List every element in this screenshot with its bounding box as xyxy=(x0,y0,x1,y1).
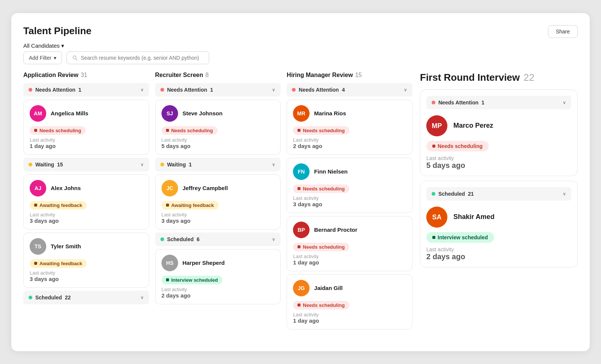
search-input[interactable] xyxy=(81,55,204,61)
section-scheduled-ar[interactable]: Scheduled 22 ∨ xyxy=(23,291,149,304)
header: Talent Pipeline Share xyxy=(23,25,578,38)
section-needs-attention-hmr[interactable]: Needs Attention 4 ∨ xyxy=(287,83,412,97)
right-panel: First Round Interview 22 Needs Attention… xyxy=(420,72,578,272)
candidate-card-jaidan[interactable]: JG Jaidan Gill Needs scheduling Last act… xyxy=(287,274,412,329)
status-badge-shakir: Interview scheduled xyxy=(426,232,494,243)
candidate-name-tyler: Tyler Smith xyxy=(51,243,81,249)
badge-dot-icon xyxy=(166,204,169,207)
candidate-card-bernard[interactable]: BP Bernard Proctor Needs scheduling Last… xyxy=(287,216,412,271)
candidate-name-bernard: Bernard Proctor xyxy=(314,227,357,233)
avatar-harper: HS xyxy=(162,255,178,271)
status-badge-alex: Awaiting feedback xyxy=(30,201,87,210)
candidate-card-marco[interactable]: MP Marco Perez Needs scheduling Last act… xyxy=(426,109,571,170)
kanban-board: Application Review 31 Needs Attention 1 … xyxy=(23,72,412,332)
status-badge-angelica: Needs scheduling xyxy=(30,126,86,135)
chevron-down-icon: ∨ xyxy=(140,295,144,300)
activity-days-alex: 3 days ago xyxy=(30,217,143,224)
avatar-marina: MR xyxy=(293,105,310,122)
activity-days-bernard: 1 day ago xyxy=(293,259,406,266)
column-hiring-manager-review: Hiring Manager Review 15 Needs Attention… xyxy=(287,72,412,332)
svg-text:JC: JC xyxy=(166,185,173,191)
svg-text:SA: SA xyxy=(432,213,441,221)
activity-days-angelica: 1 day ago xyxy=(30,143,143,149)
svg-text:BP: BP xyxy=(298,227,305,233)
section-scheduled-rp[interactable]: Scheduled 21 ∨ xyxy=(426,187,571,201)
activity-days-finn: 3 days ago xyxy=(293,201,406,207)
section-needs-attention-ar[interactable]: Needs Attention 1 ∨ xyxy=(23,83,149,97)
add-filter-button[interactable]: Add Filter ▾ xyxy=(23,51,62,64)
avatar-steve: SJ xyxy=(162,105,178,122)
candidate-card-steve[interactable]: SJ Steve Johnson Needs scheduling Last a… xyxy=(155,100,281,155)
section-needs-attention-rs[interactable]: Needs Attention 1 ∨ xyxy=(155,83,281,97)
badge-dot-icon xyxy=(166,129,169,132)
column-title-recruiter-screen: Recruiter Screen 8 xyxy=(155,72,281,79)
section-needs-attention-rp[interactable]: Needs Attention 1 ∨ xyxy=(426,96,571,109)
activity-label-shakir: Last activity xyxy=(426,246,571,252)
section-scheduled-rs[interactable]: Scheduled 6 ∨ xyxy=(155,233,281,246)
candidate-name-jeffrey: Jeffrey Campbell xyxy=(183,185,228,191)
activity-label-marco: Last activity xyxy=(426,155,571,161)
badge-dot-icon xyxy=(432,145,435,148)
column-application-review: Application Review 31 Needs Attention 1 … xyxy=(23,72,149,332)
activity-days-jeffrey: 3 days ago xyxy=(162,217,275,224)
right-panel-scheduled: Scheduled 21 ∨ SA Shakir Amed Interview xyxy=(420,181,578,267)
candidate-name-steve: Steve Johnson xyxy=(183,110,223,116)
candidate-name-alex: Alex Johns xyxy=(51,185,81,191)
activity-days-harper: 2 days ago xyxy=(162,292,275,299)
activity-days-steve: 5 days ago xyxy=(162,143,275,149)
dot-green-icon xyxy=(160,237,164,241)
candidate-card-shakir[interactable]: SA Shakir Amed Interview scheduled Last … xyxy=(426,201,571,261)
candidate-name-harper: Harper Sheperd xyxy=(183,260,225,266)
dot-yellow-icon xyxy=(160,163,164,166)
svg-line-1 xyxy=(76,59,77,60)
candidate-card-marina[interactable]: MR Marina Rios Needs scheduling Last act… xyxy=(287,100,412,155)
status-badge-finn: Needs scheduling xyxy=(293,184,349,193)
badge-dot-icon xyxy=(166,278,169,281)
section-waiting-rs[interactable]: Waiting 1 ∨ xyxy=(155,158,281,171)
candidate-name-angelica: Angelica Mills xyxy=(51,110,88,116)
activity-days-marina: 2 days ago xyxy=(293,143,406,149)
all-candidates-filter[interactable]: All Candidates ▾ xyxy=(23,42,64,49)
svg-text:HS: HS xyxy=(166,260,173,266)
candidate-card-alex[interactable]: AJ Alex Johns Awaiting feedback Last act… xyxy=(23,174,149,230)
filter-section: Add Filter ▾ xyxy=(23,51,578,64)
candidate-card-harper[interactable]: HS Harper Sheperd Interview scheduled La… xyxy=(155,249,281,304)
main-container: Talent Pipeline Share All Candidates ▾ A… xyxy=(11,13,590,351)
avatar-angelica: AM xyxy=(30,105,46,122)
svg-point-0 xyxy=(73,56,76,59)
chevron-down-icon: ∨ xyxy=(272,237,275,242)
candidate-card-angelica[interactable]: AM Angelica Mills Needs scheduling Last … xyxy=(23,100,149,155)
status-badge-jaidan: Needs scheduling xyxy=(293,301,349,310)
candidate-card-finn[interactable]: FN Finn Nielsen Needs scheduling Last ac… xyxy=(287,158,412,213)
dot-red-icon xyxy=(29,88,32,92)
candidate-card-tyler[interactable]: TS Tyler Smith Awaiting feedback Last ac… xyxy=(23,233,149,288)
column-title-hmr: Hiring Manager Review 15 xyxy=(287,72,412,79)
page-title: Talent Pipeline xyxy=(23,25,92,37)
candidate-card-jeffrey[interactable]: JC Jeffrey Campbell Awaiting feedback La… xyxy=(155,174,281,230)
svg-text:FN: FN xyxy=(298,169,305,175)
board-area: Application Review 31 Needs Attention 1 … xyxy=(23,72,578,332)
avatar-jeffrey: JC xyxy=(162,180,178,196)
status-badge-tyler: Awaiting feedback xyxy=(30,259,87,268)
share-button[interactable]: Share xyxy=(548,25,578,38)
status-badge-marco: Needs scheduling xyxy=(426,141,489,151)
chevron-down-icon: ∨ xyxy=(140,87,144,92)
svg-text:TS: TS xyxy=(35,243,41,249)
activity-label-harper: Last activity xyxy=(162,287,275,292)
activity-label-marina: Last activity xyxy=(293,137,406,143)
svg-text:JG: JG xyxy=(298,285,305,291)
right-panel-needs-attention: Needs Attention 1 ∨ MP Marco Perez Need xyxy=(420,89,578,176)
badge-dot-icon xyxy=(297,245,300,248)
status-badge-jeffrey: Awaiting feedback xyxy=(162,201,219,210)
chevron-down-icon: ∨ xyxy=(140,162,144,167)
avatar-tyler: TS xyxy=(30,238,46,255)
activity-days-tyler: 3 days ago xyxy=(30,276,143,282)
activity-label-steve: Last activity xyxy=(162,137,275,143)
svg-text:AM: AM xyxy=(34,110,42,116)
badge-dot-icon xyxy=(34,262,37,265)
section-waiting-ar[interactable]: Waiting 15 ∨ xyxy=(23,158,149,171)
badge-dot-icon xyxy=(34,204,37,207)
dot-red-icon xyxy=(292,88,296,92)
avatar-bernard: BP xyxy=(293,222,310,238)
activity-label-tyler: Last activity xyxy=(30,270,143,276)
